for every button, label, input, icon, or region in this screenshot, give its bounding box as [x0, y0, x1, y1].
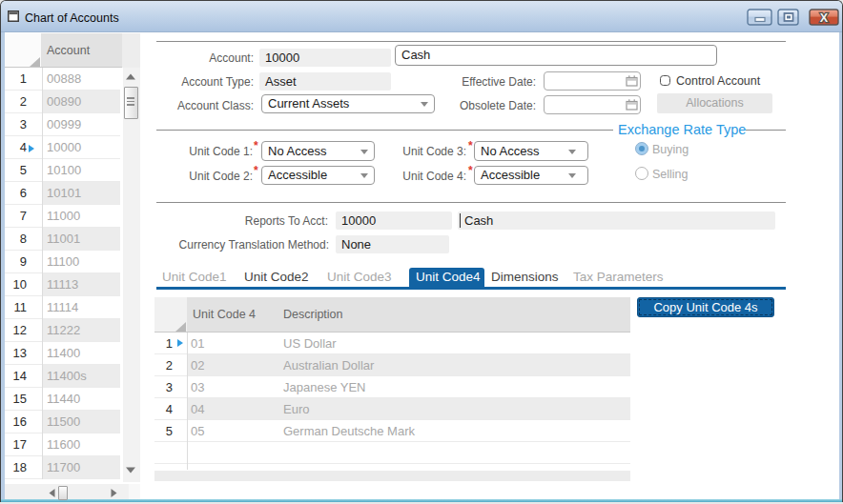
- svg-text:X: X: [820, 11, 829, 25]
